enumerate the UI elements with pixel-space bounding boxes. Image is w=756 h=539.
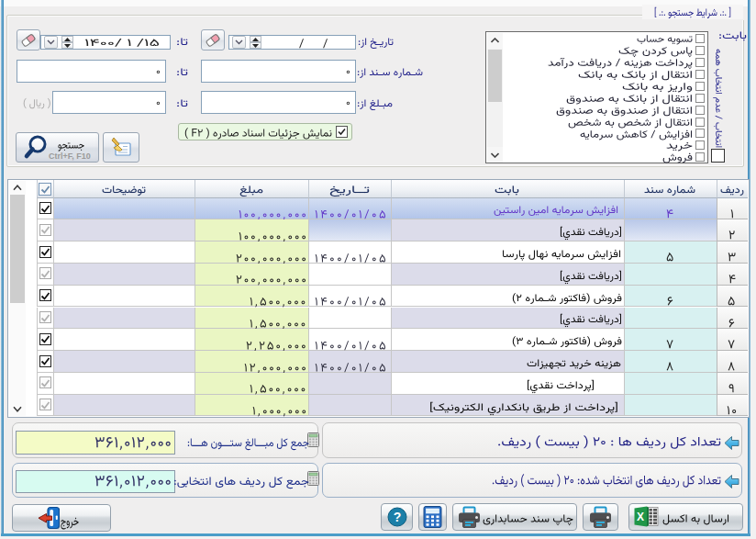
svg-text:X: X [637,511,644,523]
svg-text:?: ? [394,510,402,524]
